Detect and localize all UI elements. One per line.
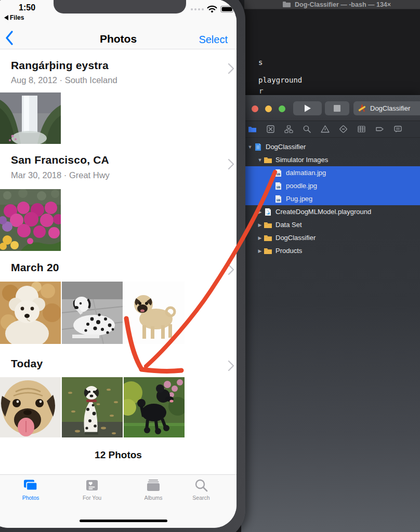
debug-navigator-icon[interactable] bbox=[357, 125, 366, 134]
select-button[interactable]: Select bbox=[199, 34, 228, 46]
for-you-tab-icon bbox=[84, 478, 100, 493]
photos-tab-icon bbox=[22, 478, 39, 493]
tree-row-data-set[interactable]: ▶ Data Set bbox=[241, 218, 420, 231]
issue-navigator-icon[interactable] bbox=[321, 125, 330, 134]
chevron-right-icon bbox=[228, 158, 234, 170]
stop-icon bbox=[334, 105, 340, 112]
tab-photos[interactable]: Photos bbox=[7, 478, 54, 501]
photo-black-poodle[interactable] bbox=[124, 377, 185, 437]
xcode-window: DogClassifier ❭ bbox=[241, 95, 420, 532]
photo-waterfall[interactable] bbox=[0, 92, 61, 144]
moment-title[interactable]: San Francisco, CA bbox=[11, 154, 109, 166]
xcode-toolbar: DogClassifier ❭ bbox=[241, 95, 420, 121]
terminal-text-fragment: r bbox=[259, 87, 263, 95]
project-navigator-outline: ▼ DogClassifier ▼ Simulator Images bbox=[241, 140, 420, 257]
iphone-screen: 1:50 Files bbox=[0, 0, 237, 528]
tab-albums[interactable]: Albums bbox=[130, 478, 177, 501]
photo-pink-flowers[interactable] bbox=[0, 189, 61, 251]
terminal-text-fragment: playground bbox=[258, 76, 302, 84]
close-window-button[interactable] bbox=[252, 105, 258, 112]
tab-for-you[interactable]: For You bbox=[69, 478, 115, 501]
cellular-signal-icon bbox=[191, 8, 204, 10]
find-navigator-icon[interactable] bbox=[303, 125, 311, 134]
run-button[interactable] bbox=[293, 101, 322, 115]
tree-row-products[interactable]: ▶ Products bbox=[241, 244, 420, 257]
terminal-titlebar[interactable]: Dog-Classifier — -bash — 134× bbox=[244, 0, 420, 9]
tab-label: Search bbox=[192, 495, 209, 501]
tree-row-label: DogClassifier bbox=[275, 234, 316, 242]
tree-row-label: CreateDogMLModel.playground bbox=[275, 208, 371, 216]
scheme-name: DogClassifier bbox=[370, 104, 410, 112]
zoom-window-button[interactable] bbox=[279, 105, 285, 112]
breakpoint-navigator-icon[interactable] bbox=[375, 125, 384, 134]
playground-file-icon bbox=[264, 208, 272, 216]
terminal-window: Dog-Classifier — -bash — 134× s playgrou… bbox=[244, 0, 420, 109]
test-navigator-icon[interactable] bbox=[339, 125, 348, 134]
back-to-app-breadcrumb[interactable]: Files bbox=[4, 14, 24, 21]
project-navigator-icon[interactable] bbox=[248, 125, 257, 134]
albums-tab-icon bbox=[145, 478, 162, 493]
disclosure-closed-icon[interactable]: ▶ bbox=[256, 248, 264, 254]
tree-row-label: DogClassifier bbox=[266, 143, 306, 151]
photo-pug-standing[interactable] bbox=[124, 282, 185, 344]
tree-row-label: Products bbox=[275, 247, 302, 255]
xcode-app-icon bbox=[358, 104, 366, 113]
image-file-icon bbox=[274, 182, 283, 190]
tree-row-simulator-images[interactable]: ▼ Simulator Images bbox=[241, 153, 420, 166]
back-triangle-icon bbox=[4, 15, 8, 20]
moment-subtitle: Aug 8, 2012 · South Iceland bbox=[11, 75, 117, 85]
tree-row-label: poodle.jpg bbox=[286, 182, 317, 190]
photo-dalmatian-sitting[interactable] bbox=[62, 377, 123, 437]
disclosure-open-icon[interactable]: ▼ bbox=[256, 157, 264, 163]
tree-row-pug-jpeg[interactable]: Pug.jpeg bbox=[241, 192, 420, 205]
home-indicator[interactable] bbox=[80, 520, 167, 522]
folder-icon bbox=[264, 221, 272, 229]
photo-dalmatian-lying[interactable] bbox=[62, 282, 123, 344]
tab-search[interactable]: Search bbox=[178, 478, 225, 501]
tree-row-project-dogclassifier[interactable]: ▼ DogClassifier bbox=[241, 140, 420, 153]
folder-icon bbox=[264, 247, 272, 255]
photo-count-label: 12 Photos bbox=[0, 449, 237, 461]
terminal-text-fragment: s bbox=[258, 58, 262, 66]
project-file-icon bbox=[254, 143, 262, 151]
moment-subtitle: Mar 30, 2018 · Great Hwy bbox=[11, 170, 110, 180]
moment-title[interactable]: March 20 bbox=[11, 261, 59, 274]
report-navigator-icon[interactable] bbox=[393, 125, 402, 134]
play-icon bbox=[304, 104, 311, 112]
screenshot-root: Dog-Classifier — -bash — 134× s playgrou… bbox=[0, 0, 420, 532]
image-file-icon bbox=[274, 195, 283, 203]
back-to-app-label: Files bbox=[10, 14, 24, 21]
photo-pug-face[interactable] bbox=[0, 377, 61, 437]
xcode-navigator-bar bbox=[241, 121, 420, 138]
tree-row-playground[interactable]: ▶ CreateDogMLModel.playground bbox=[241, 205, 420, 218]
photo-white-poodle[interactable] bbox=[0, 282, 61, 344]
image-file-icon bbox=[274, 169, 283, 177]
xcode-navigator-body: ▼ DogClassifier ▼ Simulator Images bbox=[241, 138, 420, 532]
status-time: 1:50 bbox=[19, 3, 35, 12]
tree-row-label: Simulator Images bbox=[275, 156, 328, 164]
chevron-right-icon bbox=[228, 264, 234, 275]
scheme-selector[interactable]: DogClassifier ❭ bbox=[353, 101, 420, 115]
minimize-window-button[interactable] bbox=[265, 105, 272, 112]
disclosure-open-icon[interactable]: ▼ bbox=[246, 144, 254, 150]
tab-label: Albums bbox=[144, 495, 162, 501]
chevron-right-icon bbox=[228, 63, 234, 74]
source-control-icon[interactable] bbox=[266, 125, 275, 134]
folder-icon bbox=[264, 156, 272, 164]
tree-row-poodle-jpg[interactable]: poodle.jpg bbox=[241, 179, 420, 192]
moment-title[interactable]: Today bbox=[11, 357, 43, 370]
symbol-navigator-icon[interactable] bbox=[284, 125, 293, 134]
tree-row-label: Pug.jpeg bbox=[286, 195, 312, 203]
search-tab-icon bbox=[194, 478, 208, 493]
tree-row-dogclassifier-folder[interactable]: ▶ DogClassifier bbox=[241, 231, 420, 244]
disclosure-closed-icon[interactable]: ▶ bbox=[256, 209, 264, 215]
disclosure-closed-icon[interactable]: ▶ bbox=[256, 222, 264, 228]
stop-button[interactable] bbox=[325, 101, 349, 115]
disclosure-closed-icon[interactable]: ▶ bbox=[256, 235, 264, 241]
tree-row-dalmatian-jpg[interactable]: dalmatian.jpg bbox=[241, 166, 420, 179]
terminal-title: Dog-Classifier — -bash — 134× bbox=[295, 1, 391, 8]
wifi-icon bbox=[207, 5, 217, 13]
moment-title[interactable]: Rangárþing eystra bbox=[11, 59, 109, 72]
tree-row-label: Data Set bbox=[275, 221, 302, 229]
folder-icon bbox=[283, 2, 291, 7]
